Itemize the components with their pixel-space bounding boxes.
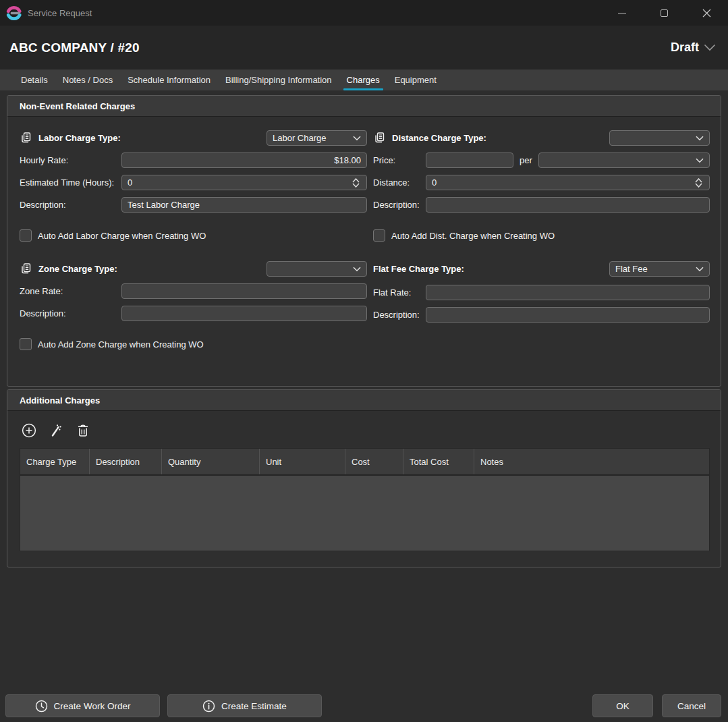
column-header-description[interactable]: Description xyxy=(90,449,162,474)
up-down-chevrons-icon[interactable] xyxy=(352,178,360,188)
flat-rate-row: Flat Rate: xyxy=(373,285,710,300)
wand-sparkle-icon xyxy=(49,423,63,438)
column-header-total-cost[interactable]: Total Cost xyxy=(403,449,474,474)
flat-fee-charge-type-value: Flat Fee xyxy=(615,264,648,274)
flat-rate-input[interactable] xyxy=(426,285,710,300)
per-unit-select[interactable] xyxy=(538,152,710,168)
create-estimate-label: Create Estimate xyxy=(221,701,287,711)
table-header-row: Charge Type Description Quantity Unit Co… xyxy=(20,449,709,476)
titlebar: Service Request xyxy=(0,0,728,26)
tabbar: Details Notes / Docs Schedule Informatio… xyxy=(0,70,728,90)
content: Non-Event Related Charges Labor Charge T… xyxy=(0,90,728,567)
auto-add-distance-checkbox[interactable] xyxy=(373,229,385,242)
labor-description-label: Description: xyxy=(20,200,121,210)
chevron-down-icon xyxy=(353,136,361,141)
delete-charge-button[interactable] xyxy=(75,422,91,439)
status-dropdown[interactable]: Draft xyxy=(671,40,716,55)
flat-description-label: Description: xyxy=(373,310,426,320)
chevron-down-icon xyxy=(353,267,361,272)
document-stack-icon xyxy=(20,262,32,275)
additional-charges-toolbar xyxy=(7,411,721,448)
labor-description-input[interactable] xyxy=(121,197,367,213)
flat-fee-charge-type-row: Flat Fee Charge Type: Flat Fee xyxy=(373,261,710,277)
tab-equipment[interactable]: Equipment xyxy=(387,70,444,90)
price-input[interactable] xyxy=(426,152,513,168)
distance-stepper[interactable]: 0 xyxy=(426,175,710,190)
app-logo-icon xyxy=(6,5,22,21)
column-header-quantity[interactable]: Quantity xyxy=(162,449,260,474)
left-column: Labor Charge Type: Labor Charge Hourly R… xyxy=(20,130,367,350)
estimated-time-stepper[interactable]: 0 xyxy=(121,175,367,190)
window-controls xyxy=(600,0,728,26)
flat-fee-charge-type-label: Flat Fee Charge Type: xyxy=(373,264,464,274)
maximize-button[interactable] xyxy=(643,0,685,26)
cancel-label: Cancel xyxy=(677,701,706,711)
auto-add-labor-label: Auto Add Labor Charge when Creating WO xyxy=(38,231,206,241)
close-button[interactable] xyxy=(685,0,728,26)
create-estimate-button[interactable]: Create Estimate xyxy=(167,694,322,717)
non-event-charges-body: Labor Charge Type: Labor Charge Hourly R… xyxy=(7,117,721,350)
auto-add-zone-checkbox[interactable] xyxy=(20,338,32,350)
cancel-button[interactable]: Cancel xyxy=(662,694,721,717)
flat-rate-label: Flat Rate: xyxy=(373,287,426,298)
auto-add-labor-checkbox[interactable] xyxy=(20,229,32,242)
zone-rate-input[interactable] xyxy=(121,283,367,299)
flat-description-input[interactable] xyxy=(426,307,710,323)
zone-charge-type-row: Zone Charge Type: xyxy=(20,261,367,277)
maximize-icon xyxy=(661,9,668,17)
labor-charge-type-value: Labor Charge xyxy=(273,133,327,143)
up-down-chevrons-icon[interactable] xyxy=(695,178,702,188)
non-event-charges-panel: Non-Event Related Charges Labor Charge T… xyxy=(7,95,721,387)
tab-notes-docs[interactable]: Notes / Docs xyxy=(55,70,120,90)
hourly-rate-input[interactable] xyxy=(121,152,367,168)
auto-add-distance-label: Auto Add Dist. Charge when Creating WO xyxy=(391,231,555,241)
zone-charge-type-label: Zone Charge Type: xyxy=(38,264,117,274)
plus-circle-icon xyxy=(22,423,36,438)
add-charge-button[interactable] xyxy=(21,422,37,439)
header: ABC COMPANY / #20 Draft xyxy=(0,26,728,70)
flat-fee-charge-type-select[interactable]: Flat Fee xyxy=(609,261,710,277)
column-header-charge-type[interactable]: Charge Type xyxy=(20,449,90,474)
distance-charge-type-label: Distance Charge Type: xyxy=(392,133,486,143)
column-header-unit[interactable]: Unit xyxy=(260,449,345,474)
estimated-time-row: Estimated Time (Hours): 0 xyxy=(20,175,367,190)
create-work-order-button[interactable]: Create Work Order xyxy=(5,694,160,717)
table-empty-body[interactable] xyxy=(20,476,709,551)
distance-label: Distance: xyxy=(373,177,426,188)
additional-charges-table: Charge Type Description Quantity Unit Co… xyxy=(20,448,710,551)
document-stack-icon xyxy=(20,132,32,144)
chevron-down-icon xyxy=(704,44,716,51)
distance-charge-type-select[interactable] xyxy=(609,130,710,146)
price-row: Price: per xyxy=(373,152,710,168)
right-column: Distance Charge Type: Price: per xyxy=(373,130,710,350)
column-header-cost[interactable]: Cost xyxy=(345,449,403,474)
auto-add-distance-row: Auto Add Dist. Charge when Creating WO xyxy=(373,229,710,242)
magic-wand-button[interactable] xyxy=(48,422,64,439)
tab-charges[interactable]: Charges xyxy=(339,70,387,90)
additional-charges-panel: Additional Charges Charge Type Descripti… xyxy=(7,389,721,567)
distance-row: Distance: 0 xyxy=(373,175,710,190)
zone-rate-label: Zone Rate: xyxy=(20,286,121,296)
ok-button[interactable]: OK xyxy=(592,694,653,717)
ok-label: OK xyxy=(616,701,629,711)
zone-description-input[interactable] xyxy=(121,306,367,321)
tab-billing-shipping-information[interactable]: Billing/Shipping Information xyxy=(218,70,339,90)
zone-charge-type-select[interactable] xyxy=(267,261,367,277)
distance-description-input[interactable] xyxy=(426,197,710,213)
tab-details[interactable]: Details xyxy=(13,70,55,90)
create-work-order-label: Create Work Order xyxy=(54,701,131,711)
chevron-down-icon xyxy=(696,267,704,272)
minimize-button[interactable] xyxy=(600,0,643,26)
per-label: per xyxy=(520,155,532,165)
column-header-notes[interactable]: Notes xyxy=(474,449,709,474)
distance-charge-type-row: Distance Charge Type: xyxy=(373,130,710,146)
zone-description-label: Description: xyxy=(20,308,121,318)
hourly-rate-label: Hourly Rate: xyxy=(20,155,121,165)
distance-description-label: Description: xyxy=(373,200,426,210)
document-stack-icon xyxy=(373,132,386,144)
tab-schedule-information[interactable]: Schedule Information xyxy=(120,70,218,90)
page-title: ABC COMPANY / #20 xyxy=(9,40,140,55)
labor-charge-type-select[interactable]: Labor Charge xyxy=(267,130,367,146)
hourly-rate-row: Hourly Rate: xyxy=(20,152,367,168)
auto-add-labor-row: Auto Add Labor Charge when Creating WO xyxy=(20,229,367,242)
